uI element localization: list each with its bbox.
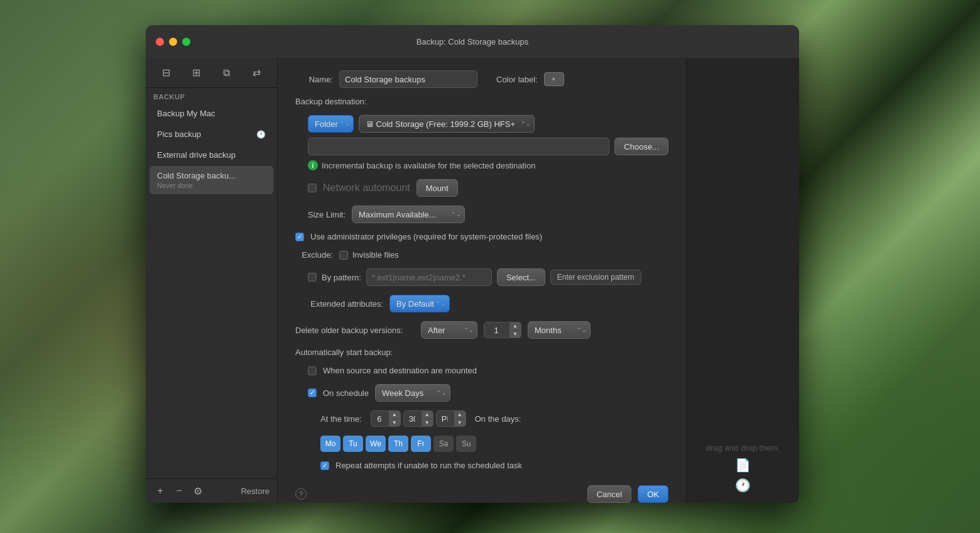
sidebar-icon-btn-1[interactable]: ⊟ [156, 64, 176, 82]
pattern-input[interactable] [366, 268, 492, 286]
day-btn-tu[interactable]: Tu [343, 436, 363, 452]
sidebar-item-backup-my-mac[interactable]: Backup My Mac [150, 104, 273, 123]
admin-priv-checkbox[interactable] [295, 233, 304, 241]
hour-stepper-btns: ▲ ▼ [389, 411, 400, 426]
on-days-label: On the days: [475, 414, 521, 424]
sidebar-section-label: Backup [146, 88, 277, 103]
network-automount-checkbox[interactable] [308, 184, 317, 192]
window-title: Backup: Cold Storage backups [416, 37, 529, 47]
name-input[interactable] [339, 70, 477, 88]
choose-button[interactable]: Choose... [614, 138, 668, 155]
path-input[interactable] [308, 138, 609, 155]
incremental-row: i Incremental backup is available for th… [308, 160, 668, 170]
repeat-attempts-checkbox[interactable] [320, 461, 329, 470]
minute-up-button[interactable]: ▲ [422, 411, 433, 419]
enter-exclusion-tooltip: Enter exclusion pattern [550, 270, 641, 285]
day-btn-sa[interactable]: Sa [433, 436, 454, 452]
incremental-msg: Incremental backup is available for the … [322, 161, 535, 170]
by-pattern-checkbox[interactable] [308, 273, 317, 282]
day-btn-th[interactable]: Th [388, 436, 408, 452]
minute-down-button[interactable]: ▼ [422, 419, 433, 427]
auto-start-row: Automatically start backup: [295, 348, 668, 357]
document-icon: 📄 [735, 458, 751, 473]
sidebar-icon-btn-3[interactable]: ⧉ [217, 64, 237, 82]
bottom-buttons-row: ? Cancel OK [295, 485, 668, 503]
months-select-wrapper: Months [528, 321, 591, 339]
invisible-files-wrapper[interactable]: Invisible files [339, 250, 399, 260]
clock-icon: 🕐 [256, 130, 266, 139]
maximize-button[interactable] [182, 38, 190, 46]
hour-up-button[interactable]: ▲ [389, 411, 400, 419]
day-btn-su[interactable]: Su [456, 436, 476, 452]
minute-wrapper: 30 ▲ ▼ [403, 410, 433, 427]
remove-backup-button[interactable]: − [172, 484, 186, 498]
on-schedule-checkbox[interactable] [308, 388, 317, 397]
extended-attrs-label: Extended attributes: [295, 299, 383, 309]
by-pattern-row: By pattern: Select... Enter exclusion pa… [308, 268, 668, 286]
path-choose-row: Choose... [308, 138, 668, 155]
window-body: ⊟ ⊞ ⧉ ⇄ Backup Backup My Mac Pics backup… [146, 58, 799, 503]
close-button[interactable] [156, 38, 164, 46]
ampm-up-button[interactable]: ▲ [454, 411, 466, 419]
sidebar-bottom: + − ⚙ Restore [146, 478, 277, 503]
months-count-wrapper: 1 ▲ ▼ [484, 322, 521, 338]
day-btn-mo[interactable]: Mo [320, 436, 340, 452]
minimize-button[interactable] [169, 38, 177, 46]
stepper-up-button[interactable]: ▲ [509, 322, 521, 331]
exclude-label: Exclude: [295, 250, 333, 260]
size-limit-label: Size Limit: [295, 210, 346, 219]
sidebar-item-cold-storage[interactable]: Cold Storage backu... Never done [150, 166, 273, 194]
info-icon: i [308, 160, 318, 170]
ampm-wrapper: PM ▲ ▼ [436, 410, 466, 427]
sidebar-item-pics-backup[interactable]: Pics backup 🕐 [150, 124, 273, 144]
ampm-down-button[interactable]: ▼ [454, 419, 466, 427]
destination-select-wrapper: 🖥 Cold Storage (Free: 1999.2 GB) HFS+ [359, 115, 535, 133]
after-select[interactable]: After [421, 321, 477, 339]
exclude-row: Exclude: Invisible files [295, 250, 668, 260]
when-mounted-checkbox[interactable] [308, 366, 317, 375]
delete-older-label: Delete older backup versions: [295, 326, 415, 335]
destination-drive-select[interactable]: 🖥 Cold Storage (Free: 1999.2 GB) HFS+ [359, 115, 535, 133]
ampm-stepper-btns: ▲ ▼ [454, 411, 466, 426]
sidebar-toolbar: ⊟ ⊞ ⧉ ⇄ [146, 58, 277, 88]
folder-select-wrapper: Folder [308, 115, 354, 133]
backup-dest-label: Backup destination: [295, 97, 366, 106]
color-label-picker[interactable]: ▾ [544, 72, 564, 86]
mount-button[interactable]: Mount [416, 179, 458, 197]
hour-down-button[interactable]: ▼ [389, 419, 400, 427]
restore-button[interactable]: Restore [241, 486, 270, 496]
folder-type-select[interactable]: Folder [308, 115, 354, 133]
day-btn-fr[interactable]: Fr [411, 436, 431, 452]
sidebar-item-external-drive[interactable]: External drive backup [150, 145, 273, 165]
extended-attrs-select[interactable]: By Default [389, 295, 450, 312]
sidebar-icon-btn-4[interactable]: ⇄ [247, 64, 267, 82]
time-controls: 6 ▲ ▼ 30 ▲ ▼ PM [371, 410, 466, 427]
stepper-down-button[interactable]: ▼ [509, 331, 521, 338]
minute-stepper-btns: ▲ ▼ [422, 411, 433, 426]
when-mounted-row: When source and destination are mounted [308, 366, 668, 375]
cancel-button[interactable]: Cancel [587, 485, 631, 503]
sidebar-icon-btn-2[interactable]: ⊞ [186, 64, 206, 82]
sidebar: ⊟ ⊞ ⧉ ⇄ Backup Backup My Mac Pics backup… [146, 58, 278, 503]
months-select[interactable]: Months [528, 321, 591, 339]
titlebar: Backup: Cold Storage backups [146, 25, 799, 58]
hour-wrapper: 6 ▲ ▼ [371, 410, 401, 427]
invisible-files-checkbox[interactable] [339, 251, 348, 260]
right-panel: drag and drop them. 📄 🕐 [686, 58, 799, 503]
help-button[interactable]: ? [295, 488, 307, 500]
day-btn-we[interactable]: We [366, 436, 386, 452]
stepper-buttons: ▲ ▼ [509, 322, 521, 338]
network-automount-label: Network automount [323, 182, 410, 194]
traffic-lights [156, 38, 190, 46]
schedule-select[interactable]: Week Days [375, 384, 450, 402]
add-backup-button[interactable]: + [153, 484, 167, 498]
admin-priv-row: Use administrator privileges (required f… [295, 232, 668, 241]
admin-priv-label: Use administrator privileges (required f… [310, 232, 542, 241]
on-schedule-row: On schedule Week Days [308, 384, 668, 402]
color-label-arrow-icon: ▾ [552, 76, 555, 82]
select-pattern-button[interactable]: Select... [497, 268, 545, 286]
settings-button[interactable]: ⚙ [191, 484, 205, 498]
clock-panel-icon: 🕐 [735, 478, 751, 493]
ok-button[interactable]: OK [638, 485, 668, 503]
size-limit-select[interactable]: Maximum Available... [352, 206, 465, 223]
